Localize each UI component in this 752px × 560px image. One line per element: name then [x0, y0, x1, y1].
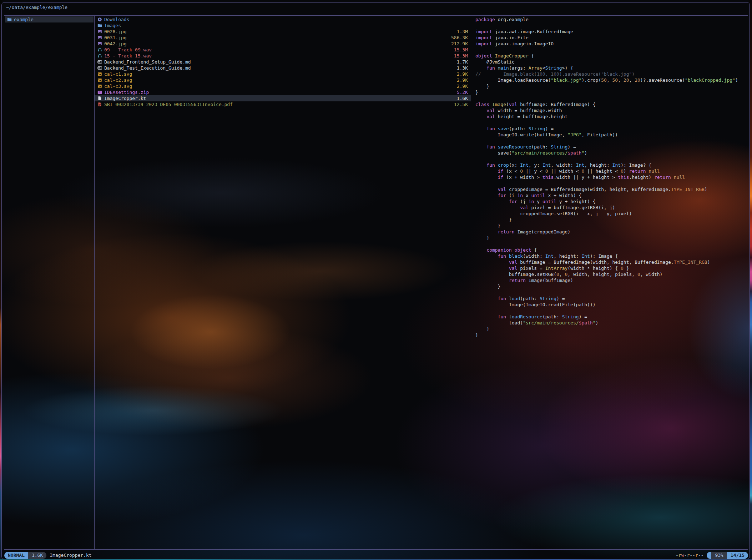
- code-line: object ImageCropper {: [475, 53, 748, 59]
- file-name: IDEAsettings.zip: [104, 90, 149, 95]
- scroll-percent: 93%: [711, 552, 727, 559]
- code-token: [506, 253, 509, 259]
- code-line: // Image.black(100, 100).saveResource("b…: [475, 71, 748, 77]
- code-token: (path:: [509, 126, 529, 131]
- code-token: >) {: [562, 65, 573, 71]
- file-size: 1.3M: [457, 29, 468, 34]
- file-row[interactable]: 0031.jpg586.3K: [95, 35, 471, 41]
- code-token: ) =: [579, 314, 587, 319]
- mode-badge: NORMAL: [4, 552, 28, 559]
- code-token: Array: [529, 65, 542, 71]
- code-token: object: [515, 247, 531, 253]
- code-token: , y:: [529, 162, 542, 168]
- code-token: 0: [621, 168, 624, 174]
- code-token: ): [735, 77, 738, 83]
- image-icon: [97, 35, 102, 40]
- code-token: }: [475, 326, 489, 332]
- code-line: import javax.imageio.ImageIO: [475, 41, 748, 47]
- file-name: cal-c3.svg: [104, 84, 132, 89]
- code-token: [475, 266, 509, 271]
- file-row[interactable]: cal-c2.svg2.9K: [95, 77, 471, 83]
- code-token: x + width) {: [545, 193, 582, 198]
- code-token: (: [506, 102, 509, 107]
- file-row[interactable]: cal-c3.svg2.9K: [95, 83, 471, 89]
- code-token: .height): [629, 175, 654, 180]
- code-token: height = buffImage.height: [495, 114, 568, 119]
- code-token: ImageCropper: [495, 53, 529, 59]
- file-row[interactable]: Downloads: [95, 16, 471, 22]
- sidebar-item-example[interactable]: example: [5, 16, 94, 22]
- code-token: java.io.File: [492, 35, 529, 40]
- permission-char: r: [695, 553, 698, 558]
- code-token: return: [629, 168, 646, 174]
- code-token: in: [529, 199, 534, 204]
- code-token: ): [624, 168, 629, 174]
- file-row[interactable]: ImageCropper.kt1.6K: [95, 95, 471, 101]
- code-token: this: [618, 175, 629, 180]
- code-token: val: [498, 187, 506, 192]
- code-token: || y <: [523, 168, 545, 174]
- code-token: buffImage: BufferedImage) {: [517, 102, 595, 107]
- code-token: (path:: [531, 144, 551, 150]
- code-token: (width * height) {: [567, 266, 621, 271]
- code-token: ,: [618, 77, 624, 83]
- code-token: [475, 314, 498, 319]
- code-token: Image(croppedImage): [515, 229, 571, 234]
- code-token: .width || y + height >: [554, 175, 618, 180]
- file-row[interactable]: IDEAsettings.zip5.2K: [95, 89, 471, 95]
- code-line: return Image(buffImage): [475, 277, 748, 283]
- code-line: }: [475, 223, 748, 229]
- code-token: null: [648, 168, 660, 174]
- folder-icon: [97, 23, 102, 28]
- code-token: saveResource: [498, 144, 531, 150]
- code-token: Image(ImageIO.read(File(path))): [475, 302, 596, 307]
- permission-char: -: [676, 553, 678, 558]
- file-row[interactable]: 0028.jpg1.3M: [95, 29, 471, 35]
- code-token: for: [498, 193, 506, 198]
- file-row[interactable]: 0042.jpg212.9K: [95, 41, 471, 47]
- code-token: fun: [486, 144, 495, 150]
- code-token: [475, 247, 486, 253]
- code-token: "JPG": [567, 132, 581, 137]
- file-size: 12.5K: [454, 102, 468, 107]
- code-token: width = buffImage.width: [495, 108, 562, 113]
- code-token: (x + width >: [503, 175, 542, 180]
- code-token: TYPE_INT_RGB: [674, 259, 707, 265]
- file-row[interactable]: SBI_0032013739_2023_DE05_0003155631Invoi…: [95, 101, 471, 107]
- code-token: ): [596, 320, 599, 326]
- code-token: pixels =: [517, 266, 545, 271]
- code-line: fun loadResource(path: String) =: [475, 314, 748, 320]
- file-row[interactable]: Backend_Frontend_Setup_Guide.md1.7K: [95, 59, 471, 65]
- code-token: (x:: [509, 162, 520, 168]
- code-line: [475, 180, 748, 186]
- code-token: [495, 144, 498, 150]
- file-row[interactable]: cal-c1.svg2.9K: [95, 71, 471, 77]
- code-token: ): [707, 259, 710, 265]
- code-token: (x <: [503, 168, 520, 174]
- code-token: (i: [506, 193, 517, 198]
- file-row[interactable]: 15 - Track 15.wav15.3M: [95, 53, 471, 59]
- code-token: croppedImage.setRGB(i - x, j - y, pixel): [475, 211, 632, 216]
- code-token: croppedImage = BufferedImage(width, heig…: [506, 187, 671, 192]
- wallpaper-edge-right: [750, 0, 752, 560]
- file-row[interactable]: Backend_Test_Execution_Guide.md1.3K: [95, 65, 471, 71]
- file-row[interactable]: 09 - Track 09.wav15.3M: [95, 47, 471, 53]
- file-size: 586.3K: [451, 35, 468, 40]
- code-token: Image(buffImage): [526, 278, 573, 283]
- file-row[interactable]: Images: [95, 22, 471, 29]
- code-token: [475, 114, 486, 119]
- code-line: [475, 156, 748, 162]
- code-line: val pixels = IntArray(width * height) { …: [475, 265, 748, 271]
- code-token: Int: [520, 162, 528, 168]
- code-token: , width, height, pixels,: [567, 272, 637, 277]
- code-token: val: [509, 266, 517, 271]
- code-token: ): Image? {: [621, 162, 651, 168]
- code-line: }: [475, 235, 748, 241]
- code-token: ,: [629, 77, 635, 83]
- code-line: val height = buffImage.height: [475, 113, 748, 120]
- file-size: 1.7K: [457, 59, 468, 65]
- code-line: for (j in y until y + height) {: [475, 198, 748, 205]
- code-token: }: [475, 235, 489, 241]
- code-token: load: [509, 296, 520, 301]
- directory-name: example: [14, 17, 34, 22]
